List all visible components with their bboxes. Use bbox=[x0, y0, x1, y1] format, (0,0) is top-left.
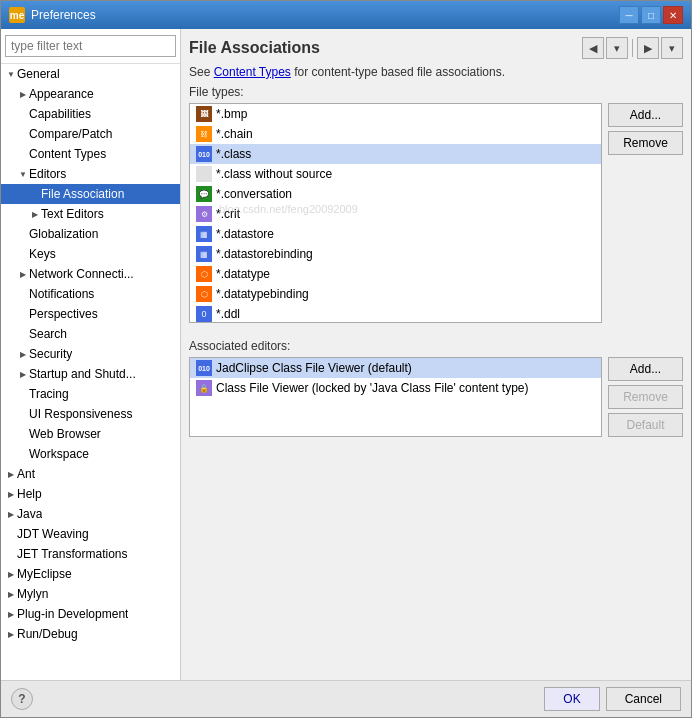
editor-list-item-jadclipse[interactable]: 010 JadClipse Class File Viewer (default… bbox=[190, 358, 601, 378]
tree-item-globalization[interactable]: Globalization bbox=[1, 224, 180, 244]
tree-arrow-security bbox=[17, 348, 29, 360]
list-item[interactable]: 💬 *.conversation bbox=[190, 184, 601, 204]
tree-label-java: Java bbox=[17, 507, 42, 521]
editor-buttons: Add... Remove Default bbox=[608, 357, 683, 437]
minimize-button[interactable]: ─ bbox=[619, 6, 639, 24]
tree-arrow-myeclipse bbox=[5, 568, 17, 580]
help-button[interactable]: ? bbox=[11, 688, 33, 710]
forward-button[interactable]: ▶ bbox=[637, 37, 659, 59]
file-types-container: 🖼 *.bmp ⛓ *.chain 010 *.class *.class wi… bbox=[189, 103, 683, 323]
tree-item-text-editors[interactable]: Text Editors bbox=[1, 204, 180, 224]
window-title: Preferences bbox=[31, 8, 96, 22]
tree-item-workspace[interactable]: Workspace bbox=[1, 444, 180, 464]
editor-label-jadclipse: JadClipse Class File Viewer (default) bbox=[216, 361, 412, 375]
tree-item-content-types[interactable]: Content Types bbox=[1, 144, 180, 164]
tree-item-security[interactable]: Security bbox=[1, 344, 180, 364]
tree-item-startup[interactable]: Startup and Shutd... bbox=[1, 364, 180, 384]
tree-item-jet[interactable]: JET Transformations bbox=[1, 544, 180, 564]
ok-button[interactable]: OK bbox=[544, 687, 599, 711]
left-panel: General Appearance Capabilities bbox=[1, 29, 181, 680]
tree-label-mylyn: Mylyn bbox=[17, 587, 48, 601]
tree-item-jdt-weaving[interactable]: JDT Weaving bbox=[1, 524, 180, 544]
list-item[interactable]: 🖼 *.bmp bbox=[190, 104, 601, 124]
tree-label-perspectives: Perspectives bbox=[29, 307, 98, 321]
tree-arrow-plugin-dev bbox=[5, 608, 17, 620]
list-item[interactable]: ▦ *.datastorebinding bbox=[190, 244, 601, 264]
tree-label-globalization: Globalization bbox=[29, 227, 98, 241]
tree-item-java[interactable]: Java bbox=[1, 504, 180, 524]
footer-left: ? bbox=[11, 688, 33, 710]
tree-item-search[interactable]: Search bbox=[1, 324, 180, 344]
tree-label-compare-patch: Compare/Patch bbox=[29, 127, 112, 141]
panel-title: File Associations bbox=[189, 39, 320, 57]
tree-item-network[interactable]: Network Connecti... bbox=[1, 264, 180, 284]
add-file-type-button[interactable]: Add... bbox=[608, 103, 683, 127]
tree-item-ui[interactable]: UI Responsiveness bbox=[1, 404, 180, 424]
editor-label-locked: Class File Viewer (locked by 'Java Class… bbox=[216, 381, 528, 395]
tree-label-network: Network Connecti... bbox=[29, 267, 134, 281]
file-types-label: File types: bbox=[189, 85, 683, 99]
footer-right: OK Cancel bbox=[544, 687, 681, 711]
list-item[interactable]: ⛓ *.chain bbox=[190, 124, 601, 144]
list-item[interactable]: *.class without source bbox=[190, 164, 601, 184]
tree-item-appearance[interactable]: Appearance bbox=[1, 84, 180, 104]
tree-item-ant[interactable]: Ant bbox=[1, 464, 180, 484]
tree-arrow-appearance bbox=[17, 88, 29, 100]
list-item[interactable]: ⬡ *.datatypebinding bbox=[190, 284, 601, 304]
remove-editor-button[interactable]: Remove bbox=[608, 385, 683, 409]
file-type-label: *.datastore bbox=[216, 227, 274, 241]
remove-file-type-button[interactable]: Remove bbox=[608, 131, 683, 155]
tree-item-notifications[interactable]: Notifications bbox=[1, 284, 180, 304]
file-type-label: *.class without source bbox=[216, 167, 332, 181]
editor-list-item-locked[interactable]: 🔒 Class File Viewer (locked by 'Java Cla… bbox=[190, 378, 601, 398]
forward-menu-button[interactable]: ▾ bbox=[661, 37, 683, 59]
tree-item-capabilities[interactable]: Capabilities bbox=[1, 104, 180, 124]
tree-item-web-browser[interactable]: Web Browser bbox=[1, 424, 180, 444]
add-editor-button[interactable]: Add... bbox=[608, 357, 683, 381]
search-input[interactable] bbox=[5, 35, 176, 57]
list-item[interactable]: 0 *.ddl bbox=[190, 304, 601, 323]
back-button[interactable]: ◀ bbox=[582, 37, 604, 59]
tree-item-perspectives[interactable]: Perspectives bbox=[1, 304, 180, 324]
associated-editors-list[interactable]: 010 JadClipse Class File Viewer (default… bbox=[189, 357, 602, 437]
tree-item-file-association[interactable]: File Association bbox=[1, 184, 180, 204]
tree-label-help: Help bbox=[17, 487, 42, 501]
tree-item-keys[interactable]: Keys bbox=[1, 244, 180, 264]
list-item[interactable]: ▦ *.datastore bbox=[190, 224, 601, 244]
tree-item-mylyn[interactable]: Mylyn bbox=[1, 584, 180, 604]
tree-item-editors[interactable]: Editors bbox=[1, 164, 180, 184]
tree-label-capabilities: Capabilities bbox=[29, 107, 91, 121]
tree-item-myeclipse[interactable]: MyEclipse bbox=[1, 564, 180, 584]
editor-icon-jadclipse: 010 bbox=[196, 360, 212, 376]
content-types-link[interactable]: Content Types bbox=[214, 65, 291, 79]
tree-label-notifications: Notifications bbox=[29, 287, 94, 301]
tree-area: General Appearance Capabilities bbox=[1, 64, 180, 680]
list-item[interactable]: ⬡ *.datatype bbox=[190, 264, 601, 284]
tree-label-web-browser: Web Browser bbox=[29, 427, 101, 441]
tree-item-compare-patch[interactable]: Compare/Patch bbox=[1, 124, 180, 144]
tree-arrow-java bbox=[5, 508, 17, 520]
tree-label-file-assoc: File Association bbox=[41, 187, 124, 201]
menu-arrow-button[interactable]: ▾ bbox=[606, 37, 628, 59]
list-item[interactable]: ⚙ *.crit bbox=[190, 204, 601, 224]
cancel-button[interactable]: Cancel bbox=[606, 687, 681, 711]
file-type-icon-ddl: 0 bbox=[196, 306, 212, 322]
tree-label-tracing: Tracing bbox=[29, 387, 69, 401]
file-type-icon-datatypebinding: ⬡ bbox=[196, 286, 212, 302]
file-type-icon-conv: 💬 bbox=[196, 186, 212, 202]
tree-item-run-debug[interactable]: Run/Debug bbox=[1, 624, 180, 644]
tree-item-help[interactable]: Help bbox=[1, 484, 180, 504]
default-editor-button[interactable]: Default bbox=[608, 413, 683, 437]
file-types-list[interactable]: 🖼 *.bmp ⛓ *.chain 010 *.class *.class wi… bbox=[189, 103, 602, 323]
tree-arrow-network bbox=[17, 268, 29, 280]
description-text: See Content Types for content-type based… bbox=[189, 65, 683, 79]
file-type-icon-bmp: 🖼 bbox=[196, 106, 212, 122]
tree-item-plugin-dev[interactable]: Plug-in Development bbox=[1, 604, 180, 624]
tree-item-general[interactable]: General bbox=[1, 64, 180, 84]
bottom-section: 010 JadClipse Class File Viewer (default… bbox=[189, 357, 683, 437]
header-toolbar: ◀ ▾ ▶ ▾ bbox=[582, 37, 683, 59]
tree-item-tracing[interactable]: Tracing bbox=[1, 384, 180, 404]
maximize-button[interactable]: □ bbox=[641, 6, 661, 24]
list-item-class-selected[interactable]: 010 *.class bbox=[190, 144, 601, 164]
close-button[interactable]: ✕ bbox=[663, 6, 683, 24]
